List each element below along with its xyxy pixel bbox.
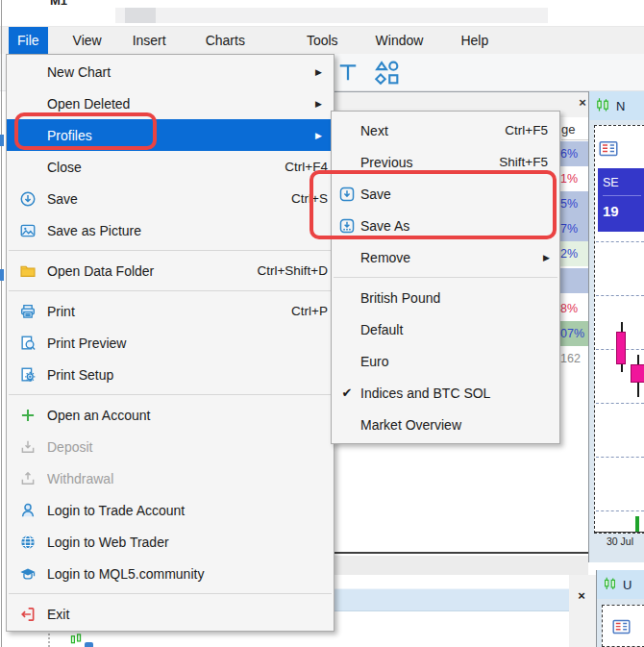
chart-area[interactable] xyxy=(602,605,644,647)
menu-item-exit[interactable]: Exit xyxy=(7,598,334,630)
menu-item-deposit: Deposit xyxy=(7,431,334,462)
text-tool-icon[interactable] xyxy=(336,60,359,85)
market-watch-change-column-header[interactable]: ge xyxy=(561,122,588,140)
menu-item-print-setup[interactable]: Print Setup xyxy=(7,359,334,390)
market-watch-row[interactable]: 8% xyxy=(560,296,588,321)
menubar-item-insert[interactable]: Insert xyxy=(124,27,175,54)
chart-area[interactable]: SE 19 xyxy=(594,125,644,534)
market-watch-row[interactable]: 07% xyxy=(560,321,588,346)
blank-icon-space xyxy=(16,62,39,82)
menu-item-label: Save xyxy=(47,191,291,207)
gridline xyxy=(596,403,644,404)
menu-item-label: Open an Account xyxy=(47,408,334,423)
clipped-icon-fragment xyxy=(0,269,4,281)
chart-window-top-header[interactable]: N xyxy=(589,91,644,120)
menu-item-shortcut: Ctrl+S xyxy=(291,191,328,206)
menu-item-print-preview[interactable]: Print Preview xyxy=(7,327,334,359)
menu-item-label: Withdrawal xyxy=(47,471,334,486)
menu-item-open-data-folder[interactable]: Open Data Folder Ctrl+Shift+D xyxy=(7,255,334,286)
menu-item-label: New Chart xyxy=(47,64,334,80)
market-watch-row[interactable]: 7% xyxy=(560,216,588,241)
gridline xyxy=(596,241,644,242)
blank-icon-space xyxy=(16,94,39,113)
menu-item-open-deleted[interactable]: Open Deleted ▶ xyxy=(7,87,334,119)
titlebar-fragment: M1 xyxy=(0,0,644,27)
menu-item-label: Indices and BTC SOL xyxy=(360,386,559,401)
menubar-item-file[interactable]: File xyxy=(9,27,48,54)
menubar-item-charts[interactable]: Charts xyxy=(197,27,254,54)
menubar-item-view[interactable]: View xyxy=(64,27,111,54)
market-watch-row[interactable] xyxy=(560,268,588,293)
titlebar-strip xyxy=(115,8,548,23)
submenu-item-next[interactable]: Next Ctrl+F5 xyxy=(332,114,559,146)
shapes-tool-icon[interactable] xyxy=(373,60,402,87)
blank-icon-space xyxy=(16,126,39,145)
checkmark-icon: ✔ xyxy=(337,384,357,403)
menu-item-label: Open Deleted xyxy=(47,96,334,112)
menu-item-label: Exit xyxy=(47,607,334,622)
menu-item-label: Default xyxy=(360,322,559,337)
menu-item-open-an-account[interactable]: Open an Account xyxy=(7,399,334,431)
bearish-candle xyxy=(631,364,644,383)
submenu-item-indices-and-btc-sol[interactable]: ✔ Indices and BTC SOL xyxy=(332,377,559,409)
menu-separator xyxy=(9,250,332,251)
market-watch-row[interactable]: 6% xyxy=(560,141,588,166)
market-watch-row[interactable]: 162 xyxy=(560,346,588,371)
sell-button[interactable]: SE 19 xyxy=(598,168,644,232)
menu-item-label: British Pound xyxy=(360,290,559,306)
submenu-item-default[interactable]: Default xyxy=(332,313,559,345)
chart-window-bottom-header[interactable]: U xyxy=(597,570,644,599)
save-as-profile-icon xyxy=(337,216,357,236)
submenu-item-remove[interactable]: Remove ▶ xyxy=(332,241,559,273)
menu-item-new-chart[interactable]: New Chart ▶ xyxy=(7,56,334,87)
submenu-arrow-icon: ▶ xyxy=(315,131,322,140)
panel-divider xyxy=(331,552,588,554)
menu-item-label: Print Preview xyxy=(47,336,334,351)
dock-strip xyxy=(331,556,588,575)
menubar-item-window[interactable]: Window xyxy=(367,27,433,54)
menu-item-profiles[interactable]: Profiles ▶ xyxy=(7,119,334,151)
save-profile-icon xyxy=(337,185,357,204)
menu-item-print[interactable]: Print Ctrl+P xyxy=(7,295,334,327)
sell-price-fragment: 19 xyxy=(598,196,644,219)
menu-item-label: Next xyxy=(360,123,505,138)
clipped-icon-fragment xyxy=(0,135,4,146)
menubar-item-tools[interactable]: Tools xyxy=(298,27,347,54)
menu-item-label: Close xyxy=(47,160,285,175)
save-icon xyxy=(16,189,39,209)
blank-icon-space xyxy=(16,158,39,177)
submenu-item-previous[interactable]: Previous Shift+F5 xyxy=(332,146,559,178)
menu-separator xyxy=(9,290,332,291)
menu-item-login-web-trader[interactable]: Login to Web Trader xyxy=(7,526,334,558)
dock-close-icon[interactable]: × xyxy=(574,588,589,604)
menu-item-login-trade-account[interactable]: Login to Trade Account xyxy=(7,494,334,526)
plus-icon xyxy=(16,406,39,425)
menu-item-save[interactable]: Save Ctrl+S xyxy=(7,183,334,214)
profiles-submenu: Next Ctrl+F5 Previous Shift+F5 Save Save… xyxy=(331,111,560,444)
blank-icon-space xyxy=(337,248,357,267)
menubar-item-help[interactable]: Help xyxy=(452,27,497,54)
chart-window-top: N SE 19 30 Jul xyxy=(588,91,644,562)
menu-item-close[interactable]: Close Ctrl+F4 xyxy=(7,151,334,183)
submenu-item-british-pound[interactable]: British Pound xyxy=(332,282,559,313)
submenu-item-euro[interactable]: Euro xyxy=(332,345,559,377)
menu-separator xyxy=(334,277,557,278)
print-setup-icon xyxy=(16,365,39,385)
one-click-trading-icon[interactable] xyxy=(612,619,631,637)
submenu-item-market-overview[interactable]: Market Overview xyxy=(332,409,559,440)
file-menu: New Chart ▶ Open Deleted ▶ Profiles ▶ Cl… xyxy=(6,54,334,632)
dock-caption-bar[interactable] xyxy=(331,588,569,611)
one-click-trading-icon[interactable] xyxy=(599,140,618,160)
menu-item-login-mql5[interactable]: Login to MQL5.community xyxy=(7,558,334,589)
market-watch-row[interactable]: 2% xyxy=(560,241,588,266)
submenu-item-save-as[interactable]: Save As xyxy=(332,210,559,241)
menu-separator xyxy=(9,394,332,395)
chart-title-fragment: N xyxy=(616,99,625,113)
menu-item-save-as-picture[interactable]: Save as Picture xyxy=(7,214,334,246)
submenu-item-save[interactable]: Save xyxy=(332,178,559,210)
market-watch-row[interactable]: 5% xyxy=(560,191,588,216)
sell-label-fragment: SE xyxy=(598,168,644,189)
candles-icon xyxy=(603,576,617,594)
menu-item-shortcut: Ctrl+F5 xyxy=(505,123,548,137)
market-watch-row[interactable]: 1% xyxy=(560,166,588,191)
